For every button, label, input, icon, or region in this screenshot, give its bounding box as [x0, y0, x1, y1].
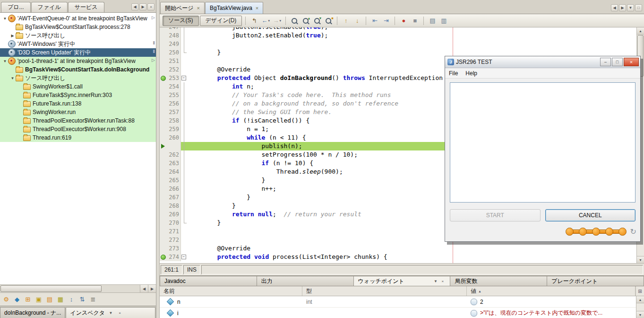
- tree-node[interactable]: SwingWorker$1.call: [0, 82, 156, 91]
- editor-tab[interactable]: BgTaskView.java×: [205, 2, 263, 14]
- variable-row[interactable]: nint2: [160, 296, 644, 308]
- gutter[interactable]: 248: [160, 31, 181, 40]
- gutter[interactable]: 265: [160, 176, 181, 185]
- maximize-icon[interactable]: □: [612, 58, 623, 66]
- close-icon[interactable]: ×: [439, 278, 446, 284]
- scrollbar-track[interactable]: [102, 285, 140, 292]
- scroll-left-icon[interactable]: ◀: [140, 285, 148, 292]
- tab-scroll-right-icon[interactable]: ▶: [139, 3, 146, 10]
- fold-collapse-icon[interactable]: −: [181, 76, 186, 80]
- gutter[interactable]: 247: [160, 27, 181, 31]
- gutter[interactable]: 268: [160, 202, 181, 210]
- window-tab[interactable]: インスペクタ▼×: [66, 307, 155, 318]
- table-orange-icon[interactable]: ▤: [45, 295, 54, 304]
- left-panel-tab[interactable]: ファイル: [31, 2, 68, 12]
- gutter[interactable]: 249: [160, 40, 181, 48]
- scroll-right-icon[interactable]: ▶: [148, 285, 156, 292]
- tab-list-icon[interactable]: ▼: [627, 4, 634, 11]
- output-list[interactable]: [450, 82, 635, 203]
- shift-line-right-icon[interactable]: ⇥: [381, 16, 391, 26]
- expander-icon[interactable]: ▶: [9, 34, 16, 38]
- code-line[interactable]: 273 @Override: [160, 244, 637, 253]
- tab-scroll-left-icon[interactable]: ◀: [131, 3, 138, 10]
- column-header[interactable]: 値▲: [467, 286, 635, 296]
- gutter[interactable]: 262: [160, 150, 181, 159]
- comment-icon[interactable]: ▤: [427, 16, 438, 26]
- left-panel-tab[interactable]: プロ...: [1, 2, 31, 12]
- code-line[interactable]: 274− protected void process(List<Integer…: [160, 253, 637, 261]
- find-previous-occurrence-icon[interactable]: ▲: [301, 16, 311, 26]
- gutter[interactable]: 271: [160, 227, 181, 236]
- uncomment-icon[interactable]: ▥: [438, 16, 449, 26]
- close-icon[interactable]: ×: [256, 6, 258, 10]
- arrows-updown-icon[interactable]: ↕: [67, 295, 76, 304]
- gutter[interactable]: 260: [160, 133, 181, 142]
- toggle-highlight-search-icon[interactable]: ■: [323, 16, 334, 26]
- gutter[interactable]: 269: [160, 210, 181, 219]
- back-icon[interactable]: ←▾: [260, 16, 271, 26]
- tab-scroll-left-icon[interactable]: ◀: [611, 4, 618, 11]
- code-line[interactable]: 248 jButton2.setEnabled(true);: [160, 31, 637, 40]
- table-settings-icon[interactable]: ⊞: [635, 286, 644, 296]
- close-icon[interactable]: ×: [197, 6, 200, 10]
- panel-splitter[interactable]: [156, 0, 160, 318]
- gutter[interactable]: 258: [160, 116, 181, 125]
- column-header[interactable]: 型: [302, 286, 467, 296]
- gutter[interactable]: 254: [160, 82, 181, 91]
- left-panel-tab[interactable]: サービス: [68, 2, 104, 12]
- gutter[interactable]: 256: [160, 99, 181, 108]
- design-view-button[interactable]: デザイン(D): [200, 16, 242, 26]
- gears-icon[interactable]: ⚙: [1, 295, 11, 304]
- gutter[interactable]: 253: [160, 74, 181, 82]
- scrollbar-thumb[interactable]: [0, 285, 102, 292]
- window-tab[interactable]: doInBackground - ナ...: [0, 307, 65, 318]
- find-next-occurrence-icon[interactable]: ▼: [312, 16, 322, 26]
- editor-tab[interactable]: 開始ページ×: [160, 2, 205, 14]
- gutter[interactable]: 270: [160, 219, 181, 227]
- scroll-up-icon[interactable]: ▲: [636, 296, 644, 303]
- start-macro-recording-icon[interactable]: ●: [398, 16, 409, 26]
- column-header[interactable]: 名前: [160, 286, 302, 296]
- stop-macro-recording-icon[interactable]: ■: [410, 16, 420, 26]
- scroll-down-icon[interactable]: ▼: [637, 256, 644, 263]
- last-edit-position-icon[interactable]: ↰: [249, 16, 259, 26]
- tree-node[interactable]: 'D3D Screen Updater' 実行中Ⅱ: [0, 48, 156, 57]
- table-vertical-scrollbar[interactable]: ▲ ▼: [636, 296, 644, 318]
- bottom-tab[interactable]: 局所変数: [450, 276, 547, 286]
- gutter[interactable]: 257: [160, 108, 181, 116]
- gutter[interactable]: 259: [160, 125, 181, 133]
- gutter[interactable]: 263: [160, 159, 181, 168]
- scroll-up-icon[interactable]: ▲: [637, 27, 644, 35]
- watch-diamond-icon[interactable]: ◆: [12, 295, 22, 304]
- forward-icon[interactable]: →▾: [272, 16, 282, 26]
- menu-file[interactable]: File: [449, 70, 458, 77]
- left-panel-horizontal-scrollbar[interactable]: ◀ ▶: [0, 284, 156, 292]
- bottom-tab[interactable]: ウォッチポイント▼×: [354, 276, 451, 286]
- bottom-tab[interactable]: Javadoc: [160, 276, 257, 286]
- gutter[interactable]: 255: [160, 91, 181, 99]
- gutter[interactable]: 250: [160, 48, 181, 57]
- menu-help[interactable]: Help: [465, 70, 477, 77]
- lock-icon[interactable]: ▣: [34, 295, 43, 304]
- gutter[interactable]: 274: [160, 253, 181, 261]
- next-bookmark-icon[interactable]: ↓: [352, 16, 362, 26]
- expander-icon[interactable]: ▼: [9, 76, 16, 80]
- tab-scroll-right-icon[interactable]: ▶: [619, 4, 626, 11]
- gutter[interactable]: 266: [160, 185, 181, 193]
- close-icon[interactable]: ×: [117, 310, 123, 316]
- pin-icon[interactable]: ▼: [432, 278, 438, 284]
- previous-bookmark-icon[interactable]: ↑: [341, 16, 351, 26]
- close-icon[interactable]: ×: [624, 58, 639, 66]
- expander-icon[interactable]: ▼: [2, 59, 8, 63]
- find-selection-icon[interactable]: [289, 16, 300, 26]
- minimize-icon[interactable]: –: [600, 58, 611, 66]
- tree-node[interactable]: Thread.run:619: [0, 133, 156, 142]
- tree-node[interactable]: BgTaskView$CountStartTask.doInBackground: [0, 65, 156, 74]
- source-view-button[interactable]: ソース(S): [163, 16, 199, 26]
- sort-lines-icon[interactable]: ≣: [88, 295, 98, 304]
- grid-plus-icon[interactable]: ⊞: [23, 295, 33, 304]
- pin-icon[interactable]: ▼: [108, 310, 114, 316]
- dialog-title-bar[interactable]: J JSR296 TEST – □ ×: [445, 56, 640, 68]
- tree-node[interactable]: 'AWT-Windows' 実行中Ⅱ: [0, 40, 156, 48]
- cancel-button[interactable]: CANCEL: [545, 209, 636, 221]
